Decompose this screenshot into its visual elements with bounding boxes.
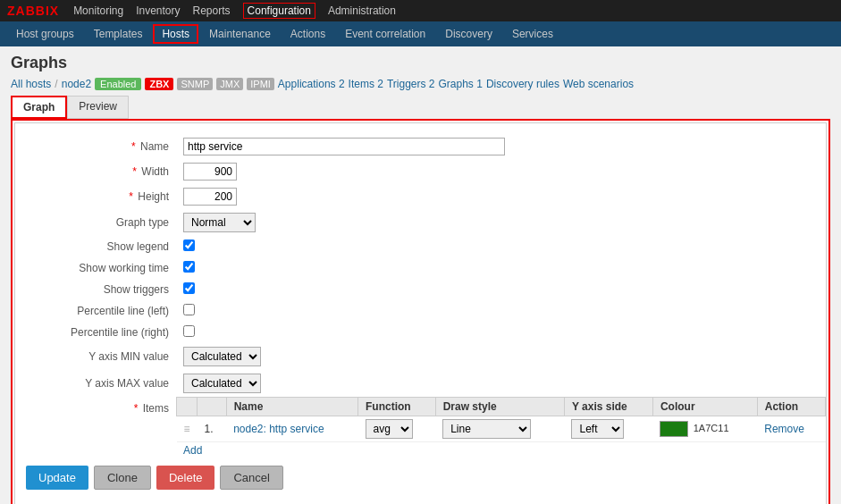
row-graph-type: Graph type Normal Stacked Pie Exploded: [15, 209, 826, 236]
items-col-action: Action: [757, 398, 825, 416]
delete-button[interactable]: Delete: [156, 466, 215, 490]
height-input[interactable]: [183, 188, 237, 206]
nav-services[interactable]: Services: [503, 24, 562, 44]
colour-hex: 1A7C11: [694, 423, 729, 433]
breadcrumb-items[interactable]: Items 2: [349, 78, 383, 90]
items-header-row: Name Function Draw style Y axis side Col…: [177, 398, 826, 416]
tab-graph[interactable]: Graph: [11, 96, 67, 119]
items-label: * Items: [15, 397, 176, 457]
item-name-link[interactable]: node2: http service: [233, 423, 324, 435]
table-row: ≡ 1. node2: http service avg min: [177, 416, 826, 442]
zbx-badge: ZBX: [145, 78, 173, 90]
required-star: *: [131, 140, 136, 153]
percentile-right-checkbox[interactable]: [183, 325, 195, 337]
items-col-function: Function: [358, 398, 436, 416]
nav-reports[interactable]: Reports: [193, 4, 231, 17]
row-percentile-right: Percentile line (right): [15, 322, 826, 343]
remove-item-link[interactable]: Remove: [764, 423, 804, 435]
percentile-left-label: Percentile line (left): [15, 300, 176, 322]
items-col-y-axis-side: Y axis side: [564, 398, 652, 416]
jmx-badge: JMX: [216, 78, 243, 90]
y-axis-max-select[interactable]: Calculated Fixed Item: [183, 374, 261, 393]
item-num: 1.: [198, 416, 227, 442]
show-working-time-label: Show working time: [15, 257, 176, 279]
name-input[interactable]: [183, 138, 505, 155]
nav-host-groups[interactable]: Host groups: [7, 24, 83, 44]
row-name: * Name: [15, 134, 826, 159]
item-action-cell: Remove: [757, 416, 825, 442]
row-y-axis-max: Y axis MAX value Calculated Fixed Item: [15, 370, 826, 397]
show-triggers-label: Show triggers: [15, 279, 176, 300]
width-input[interactable]: [183, 163, 237, 181]
graph-type-select[interactable]: Normal Stacked Pie Exploded: [183, 213, 256, 232]
breadcrumb-discovery-rules[interactable]: Discovery rules: [486, 78, 559, 90]
item-name-cell: node2: http service: [226, 416, 357, 442]
y-axis-min-select[interactable]: Calculated Fixed Item: [183, 347, 261, 366]
drag-handle-icon[interactable]: ≡: [184, 423, 190, 435]
percentile-right-label: Percentile line (right): [15, 322, 176, 343]
item-draw-style-select[interactable]: Line Filled region Bold line Dot Dashed …: [442, 419, 531, 439]
nav-configuration[interactable]: Configuration: [243, 3, 315, 19]
show-legend-checkbox[interactable]: [183, 239, 195, 251]
nav-templates[interactable]: Templates: [85, 24, 152, 44]
snmp-badge: SNMP: [177, 78, 213, 90]
nav-discovery[interactable]: Discovery: [436, 24, 501, 44]
breadcrumb-all-hosts[interactable]: All hosts: [11, 78, 51, 90]
logo: ZABBIX: [7, 4, 59, 18]
breadcrumb-triggers[interactable]: Triggers 2: [387, 78, 435, 90]
row-y-axis-min: Y axis MIN value Calculated Fixed Item: [15, 343, 826, 370]
breadcrumb-applications[interactable]: Applications 2: [278, 78, 345, 90]
height-label: * Height: [15, 184, 176, 209]
second-navigation: Host groups Templates Hosts Maintenance …: [0, 21, 841, 46]
top-navigation: ZABBIX Monitoring Inventory Reports Conf…: [0, 0, 841, 21]
percentile-left-checkbox[interactable]: [183, 304, 195, 315]
item-draw-style-cell: Line Filled region Bold line Dot Dashed …: [435, 416, 564, 442]
items-col-num: [198, 398, 227, 416]
nav-administration[interactable]: Administration: [328, 4, 396, 17]
breadcrumb-sep: /: [55, 78, 57, 90]
update-button[interactable]: Update: [26, 466, 88, 490]
item-colour-cell: 1A7C11: [652, 416, 757, 442]
page-title: Graphs: [11, 54, 830, 72]
breadcrumb-graphs[interactable]: Graphs 1: [439, 78, 483, 90]
button-row: Update Clone Delete Cancel: [15, 457, 826, 499]
width-label: * Width: [15, 159, 176, 184]
items-col-draw-style: Draw style: [435, 398, 564, 416]
nav-actions[interactable]: Actions: [282, 24, 334, 44]
clone-button[interactable]: Clone: [94, 466, 151, 490]
nav-maintenance[interactable]: Maintenance: [200, 24, 280, 44]
item-y-axis-side-cell: Left Right: [564, 416, 652, 442]
nav-monitoring[interactable]: Monitoring: [73, 4, 123, 17]
ipmi-badge: IPMI: [247, 78, 274, 90]
nav-hosts[interactable]: Hosts: [153, 24, 198, 44]
nav-inventory[interactable]: Inventory: [136, 4, 180, 17]
y-axis-min-label: Y axis MIN value: [15, 343, 176, 370]
item-function-cell: avg min max all last: [358, 416, 436, 442]
breadcrumb-web-scenarios[interactable]: Web scenarios: [563, 78, 634, 90]
form-tabs: Graph Preview: [11, 96, 830, 119]
item-function-select[interactable]: avg min max all last: [366, 419, 413, 439]
item-y-axis-side-select[interactable]: Left Right: [571, 419, 624, 439]
breadcrumb-node[interactable]: node2: [62, 78, 91, 90]
nav-event-correlation[interactable]: Event correlation: [336, 24, 434, 44]
tab-preview[interactable]: Preview: [67, 96, 129, 119]
graph-type-label: Graph type: [15, 209, 176, 236]
show-working-time-checkbox[interactable]: [183, 261, 195, 273]
add-item-link[interactable]: Add: [183, 444, 826, 457]
row-items: * Items Name Function Draw style Y: [15, 397, 826, 457]
form-container: * Name * Width * Height: [14, 122, 827, 504]
drag-col-header: [177, 398, 198, 416]
items-table: Name Function Draw style Y axis side Col…: [176, 397, 826, 442]
items-col-colour: Colour: [652, 398, 757, 416]
row-show-working-time: Show working time: [15, 257, 826, 279]
show-legend-label: Show legend: [15, 236, 176, 257]
colour-swatch[interactable]: [660, 421, 688, 437]
form-table: * Name * Width * Height: [15, 134, 826, 457]
y-axis-max-label: Y axis MAX value: [15, 370, 176, 397]
form-outer: * Name * Width * Height: [11, 119, 830, 504]
row-percentile-left: Percentile line (left): [15, 300, 826, 322]
enabled-badge: Enabled: [95, 78, 141, 90]
cancel-button[interactable]: Cancel: [220, 466, 282, 490]
row-height: * Height: [15, 184, 826, 209]
show-triggers-checkbox[interactable]: [183, 282, 195, 294]
